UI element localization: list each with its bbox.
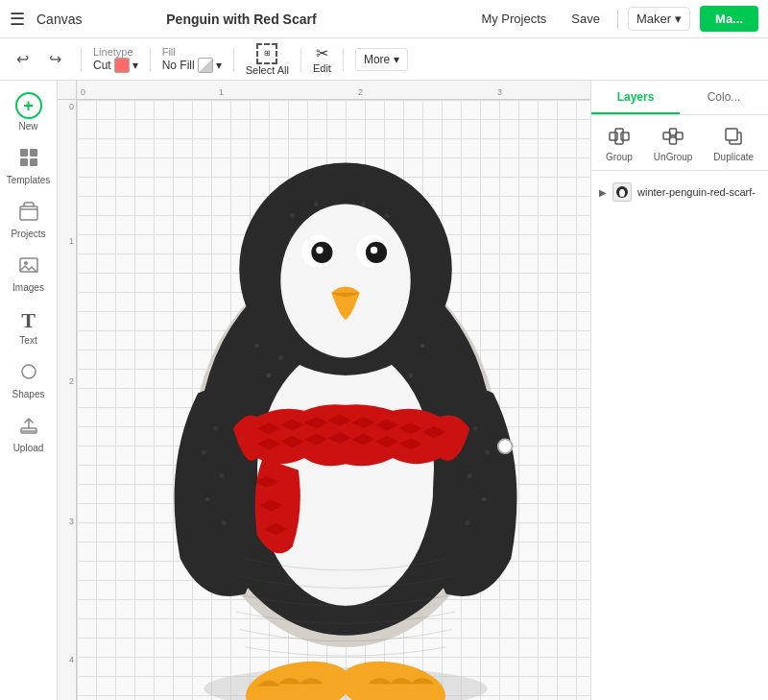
linetype-select[interactable]: Cut ▾ [93,58,138,73]
svg-point-38 [280,204,410,357]
group-label: Group [606,152,633,162]
save-button[interactable]: Save [564,8,608,30]
toolbar-separator-3 [233,48,234,71]
layer-thumbnail [612,182,632,202]
svg-point-12 [254,344,259,349]
toolbar-separator-1 [81,48,82,71]
panel-actions: Group UnGroup Duplicate [591,115,768,171]
toolbar-separator-2 [150,48,151,71]
tab-layers[interactable]: Layers [591,81,680,114]
svg-point-7 [22,365,36,378]
svg-point-45 [213,426,218,431]
ruler-mark-3: 3 [497,87,502,97]
sidebar-item-projects[interactable]: Projects [0,193,57,247]
edit-group[interactable]: ✂ Edit [313,44,331,74]
sidebar-item-images-label: Images [12,282,44,293]
edit-icon: ✂ [316,44,328,62]
canvas-grid [77,100,590,700]
ruler-mark-2: 2 [358,87,363,97]
left-sidebar: + New Templates Projects Images T Text [0,81,58,700]
svg-rect-84 [726,129,737,140]
undo-button[interactable]: ↩ [8,45,36,74]
ruler-mark-0: 0 [81,87,85,97]
fill-select[interactable]: No Fill ▾ [162,58,222,73]
svg-point-44 [371,247,377,253]
fill-value: No Fill [162,59,195,72]
ruler-top: 0 1 2 3 [77,81,590,100]
layer-name: winter-penguin-red-scarf- [637,186,760,198]
svg-point-46 [202,449,206,454]
svg-point-50 [473,426,478,431]
sidebar-item-new[interactable]: + New [0,84,57,139]
svg-point-73 [242,654,355,700]
svg-point-29 [290,213,295,218]
tab-color[interactable]: Colo... [680,81,768,114]
svg-point-33 [385,213,390,218]
layers-content: ▶ winter-penguin-red-scarf- [591,171,768,700]
linetype-label: Linetype [93,46,133,58]
svg-point-52 [468,473,472,478]
sidebar-item-upload[interactable]: Upload [0,407,57,461]
ungroup-button[interactable]: UnGroup [654,123,693,162]
svg-point-43 [316,247,323,253]
shapes-icon [18,361,39,387]
sidebar-item-images[interactable]: Images [0,247,57,301]
linetype-color-swatch [114,58,130,73]
svg-rect-3 [30,158,37,166]
sidebar-item-upload-label: Upload [13,443,44,453]
duplicate-button[interactable]: Duplicate [713,123,754,162]
sidebar-item-projects-label: Projects [11,229,45,239]
svg-point-47 [219,473,224,478]
svg-rect-77 [621,133,629,140]
group-button[interactable]: Group [606,123,633,162]
new-icon: + [15,92,42,119]
linetype-chevron: ▾ [132,59,138,72]
sidebar-item-text-label: Text [19,335,36,346]
ruler-left-mark-1: 1 [69,236,74,246]
svg-point-32 [361,202,366,206]
ruler-left-mark-4: 4 [69,655,74,664]
topbar-right: My Projects Save Maker ▾ Ma... [473,6,758,32]
ruler-left-mark-0: 0 [69,102,74,111]
linetype-group: Linetype Cut ▾ [93,46,138,73]
svg-rect-4 [20,206,37,220]
toolbar: ↩ ↪ Linetype Cut ▾ Fill No Fill ▾ ⊞ Sele… [0,38,768,81]
text-icon: T [21,308,36,333]
select-all-button[interactable]: ⊞ Select All [246,43,289,76]
more-button[interactable]: More ▾ [355,48,408,71]
group-icon [606,123,633,150]
sidebar-item-templates[interactable]: Templates [0,139,57,193]
canvas-area[interactable]: 0 1 2 3 0 1 2 3 4 [58,81,590,700]
svg-point-86 [619,189,625,197]
layer-item[interactable]: ▶ winter-penguin-red-scarf- [595,179,764,205]
maker-button[interactable]: Maker ▾ [628,7,690,31]
penguin-svg [130,109,562,700]
svg-point-74 [336,654,449,700]
ruler-left-mark-2: 2 [69,376,74,386]
topbar-divider [617,10,618,29]
sidebar-item-new-label: New [18,121,37,132]
svg-point-48 [205,497,210,502]
fill-chevron: ▾ [216,59,222,72]
redo-button[interactable]: ↪ [40,45,69,74]
ruler-left-mark-3: 3 [69,517,74,526]
undo-redo-group: ↩ ↪ [8,45,69,74]
make-button[interactable]: Ma... [700,6,758,32]
toolbar-separator-4 [300,48,301,71]
svg-point-49 [222,520,227,525]
sidebar-item-shapes[interactable]: Shapes [0,353,57,407]
projects-icon [18,201,39,227]
duplicate-label: Duplicate [713,152,754,162]
svg-rect-1 [30,149,37,157]
upload-icon [18,415,39,441]
ruler-mark-1: 1 [219,87,224,97]
svg-point-26 [408,373,413,377]
select-all-icon: ⊞ [256,43,277,64]
sidebar-item-text[interactable]: T Text [0,301,57,353]
ungroup-icon [660,123,686,150]
svg-point-20 [267,373,272,377]
fill-group: Fill No Fill ▾ [162,46,222,73]
my-projects-button[interactable]: My Projects [473,8,554,30]
fill-label: Fill [162,46,176,58]
images-icon [18,254,39,280]
